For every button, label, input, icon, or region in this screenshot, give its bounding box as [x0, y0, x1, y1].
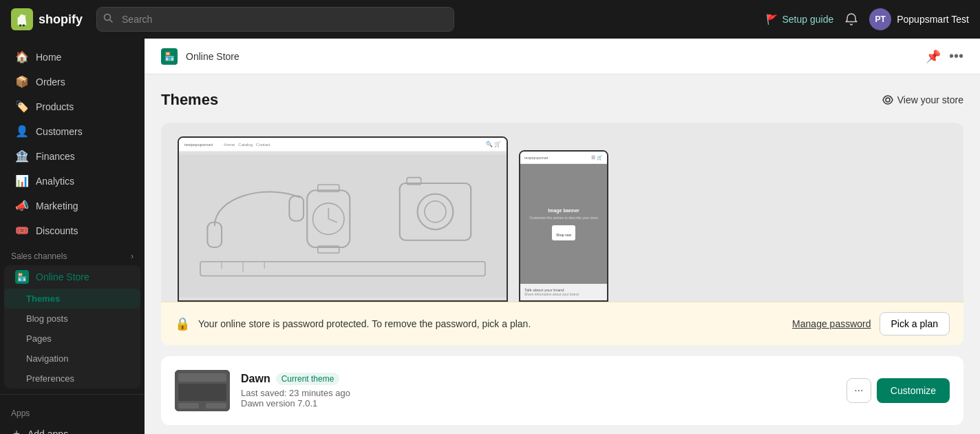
mobile-store-name: testpopupsmart [524, 156, 548, 160]
svg-point-2 [23, 24, 25, 26]
logo[interactable]: shopify [11, 8, 83, 30]
themes-label: Themes [26, 293, 60, 304]
preview-desktop-topbar: testpopupsmart Home Catalog Contact 🔍 🛒 [179, 138, 507, 152]
page-header: Themes View your store [161, 91, 963, 109]
view-store-link[interactable]: View your store [882, 94, 963, 105]
flag-icon: 🚩 [766, 14, 778, 25]
theme-last-saved: Last saved: 23 minutes ago [241, 388, 835, 398]
search-icon [103, 13, 113, 25]
theme-more-button[interactable]: ··· [846, 378, 871, 403]
more-dots-icon: ··· [854, 384, 863, 397]
theme-name: Dawn [241, 373, 270, 385]
svg-point-4 [886, 98, 890, 102]
theme-version: Dawn version 7.0.1 [241, 398, 835, 409]
notifications-button[interactable] [844, 12, 858, 26]
svg-rect-25 [178, 403, 199, 409]
svg-rect-24 [178, 384, 226, 401]
secondary-nav-title: Online Store [186, 51, 239, 62]
online-store-submenu: 🏪 Online Store Themes Blog posts Pages N… [4, 265, 140, 389]
search-bar[interactable] [96, 7, 454, 32]
finances-icon: 🏦 [15, 149, 29, 163]
sidebar-item-blog-posts[interactable]: Blog posts [4, 309, 140, 329]
sidebar-item-label: Products [36, 101, 74, 112]
sidebar-item-label: Orders [36, 76, 65, 87]
top-navigation: shopify 🚩 Setup guide PT Popupsmart Test [0, 0, 980, 39]
mobile-preview: testpopupsmart ☰ 🛒 Image banner Customiz… [519, 150, 608, 302]
sidebar-item-marketing[interactable]: 📣 Marketing [4, 194, 140, 218]
online-store-label: Online Store [36, 271, 89, 282]
top-nav-right: 🚩 Setup guide PT Popupsmart Test [766, 8, 969, 30]
page-title: Themes [161, 91, 218, 109]
sidebar-item-label: Finances [36, 151, 75, 162]
products-icon: 🏷️ [15, 100, 29, 113]
password-message: Your online store is password protected.… [198, 318, 784, 329]
preview-illustration [179, 152, 507, 300]
sidebar-item-customers[interactable]: 👤 Customers [4, 119, 140, 143]
marketing-icon: 📣 [15, 199, 29, 212]
sidebar-item-pages[interactable]: Pages [4, 329, 140, 349]
manage-password-link[interactable]: Manage password [792, 318, 871, 329]
theme-actions: ··· Customize [846, 378, 950, 403]
mobile-shop-now-btn: Shop now [552, 225, 575, 240]
more-options-icon[interactable]: ••• [949, 48, 963, 64]
sales-channels-section: Sales channels › [0, 243, 145, 264]
sidebar-item-label: Discounts [36, 225, 78, 236]
sidebar-item-navigation[interactable]: Navigation [4, 349, 140, 369]
search-input[interactable] [96, 7, 454, 32]
customers-icon: 👤 [15, 125, 29, 138]
setup-guide-button[interactable]: 🚩 Setup guide [766, 14, 833, 25]
theme-name-row: Dawn Current theme [241, 373, 835, 385]
sidebar-item-home[interactable]: 🏠 Home [4, 45, 140, 69]
secondary-nav-actions: 📌 ••• [926, 48, 963, 64]
sidebar-item-online-store[interactable]: 🏪 Online Store [4, 265, 140, 289]
sidebar-item-analytics[interactable]: 📊 Analytics [4, 169, 140, 193]
theme-preview-mini [175, 370, 230, 411]
preview-store-name: testpopupsmart [184, 143, 213, 147]
desktop-preview: testpopupsmart Home Catalog Contact 🔍 🛒 [178, 136, 508, 302]
pin-icon[interactable]: 📌 [926, 49, 941, 64]
blog-posts-label: Blog posts [26, 313, 68, 324]
preview-nav: Home Catalog Contact [224, 143, 270, 147]
sidebar-item-preferences[interactable]: Preferences [4, 369, 140, 389]
mobile-brand-section: Talk about your brand Share information … [520, 284, 607, 300]
theme-info: Dawn Current theme Last saved: 23 minute… [241, 373, 835, 409]
svg-point-3 [105, 14, 111, 21]
preview-search-cart-icons: 🔍 🛒 [486, 141, 501, 147]
theme-thumbnail [175, 370, 230, 411]
mobile-banner-subtitle: Customize this section to describe your … [526, 216, 601, 220]
content-area: 🏪 Online Store 📌 ••• Themes View your st… [145, 39, 980, 434]
svg-rect-23 [178, 373, 226, 382]
lock-icon: 🔒 [175, 316, 190, 331]
mobile-banner-title: Image banner [548, 208, 579, 213]
pick-plan-button[interactable]: Pick a plan [880, 312, 950, 335]
chevron-right-icon[interactable]: › [131, 251, 134, 261]
sidebar-item-discounts[interactable]: 🎟️ Discounts [4, 218, 140, 242]
orders-icon: 📦 [15, 75, 29, 88]
sidebar-item-label: Marketing [36, 200, 78, 211]
sidebar-item-themes[interactable]: Themes [4, 289, 140, 309]
sidebar-item-label: Home [36, 52, 61, 63]
user-name: Popupsmart Test [897, 14, 969, 25]
sidebar-item-orders[interactable]: 📦 Orders [4, 70, 140, 94]
user-menu[interactable]: PT Popupsmart Test [869, 8, 969, 30]
home-icon: 🏠 [15, 50, 29, 63]
current-theme-badge: Current theme [276, 373, 340, 385]
online-store-icon: 🏪 [15, 270, 29, 284]
add-apps-button[interactable]: ＋ Add apps [0, 421, 145, 434]
online-store-nav-icon: 🏪 [161, 48, 178, 65]
preferences-label: Preferences [26, 373, 74, 384]
theme-thumbnail-image [175, 370, 230, 411]
theme-preview-card: testpopupsmart Home Catalog Contact 🔍 🛒 [161, 123, 963, 345]
pages-label: Pages [26, 333, 52, 344]
mobile-image-banner: Image banner Customize this section to d… [520, 164, 607, 284]
customize-button[interactable]: Customize [877, 378, 950, 403]
sidebar-item-finances[interactable]: 🏦 Finances [4, 144, 140, 168]
theme-preview-images: testpopupsmart Home Catalog Contact 🔍 🛒 [161, 123, 963, 302]
password-protection-bar: 🔒 Your online store is password protecte… [161, 302, 963, 345]
sidebar: 🏠 Home 📦 Orders 🏷️ Products 👤 Customers … [0, 39, 145, 434]
sidebar-item-products[interactable]: 🏷️ Products [4, 94, 140, 118]
logo-text: shopify [39, 12, 83, 27]
mobile-icons: ☰ 🛒 [591, 155, 603, 161]
plus-icon: ＋ [11, 426, 22, 434]
sidebar-item-label: Analytics [36, 176, 74, 187]
